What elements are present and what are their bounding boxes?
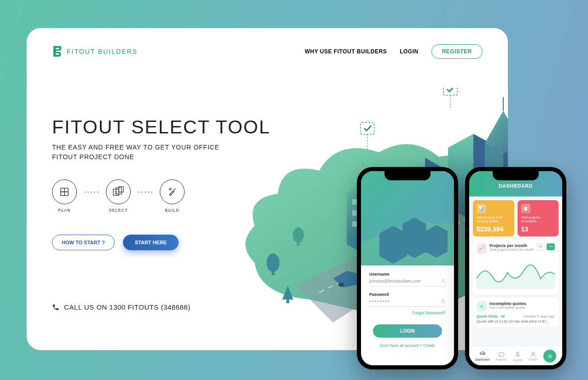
- chart-title: Projects per month: [489, 243, 534, 248]
- lock-icon: [441, 299, 446, 304]
- svg-point-29: [338, 283, 344, 287]
- incomplete-quotes-panel: ≡ Incomplete quotes List of incomplete q…: [473, 298, 559, 327]
- create-account-row: Don't have an account ? Create: [369, 343, 446, 348]
- chart-toggle: ⟳ 〜: [537, 243, 555, 250]
- svg-point-34: [532, 352, 534, 354]
- build-icon: [160, 179, 185, 204]
- start-here-button[interactable]: START HERE: [123, 235, 179, 250]
- svg-point-31: [442, 279, 444, 281]
- plan-icon: [52, 179, 77, 204]
- svg-rect-18: [443, 88, 457, 95]
- tab-dashboard[interactable]: Dashboard: [475, 351, 490, 361]
- chart-sub: Total project number per month: [489, 248, 534, 251]
- phone-notch: [493, 171, 539, 180]
- card-total-projects[interactable]: 📋 Total projects - incomplete 13: [518, 200, 559, 236]
- menu-fab[interactable]: ≡: [543, 350, 556, 363]
- chevron-right-icon: ›: [522, 314, 524, 318]
- toggle-refresh[interactable]: ⟳: [537, 243, 545, 250]
- header: FITOUT BUILDERS WHY USE FITOUT BUILDERS …: [52, 44, 483, 59]
- phone-notch: [384, 171, 431, 180]
- step-plan: PLAN: [52, 179, 77, 213]
- select-icon: [106, 179, 131, 204]
- card-total-value[interactable]: 📊 Total $ value of all pending quotes $2…: [473, 200, 514, 236]
- password-input[interactable]: • • • • • • • •: [369, 297, 446, 307]
- tab-projects[interactable]: Projects: [496, 351, 506, 361]
- clipboard-icon: 📋: [521, 204, 530, 213]
- username-label: Username: [369, 272, 446, 276]
- how-to-start-button[interactable]: HOW TO START ?: [52, 235, 115, 250]
- plan-label: PLAN: [58, 208, 71, 213]
- password-label: Password: [369, 292, 446, 297]
- list-icon: ≡: [477, 301, 487, 311]
- brand-logo[interactable]: FITOUT BUILDERS: [52, 45, 138, 58]
- dots-icon: [138, 191, 152, 193]
- nav-login[interactable]: LOGIN: [400, 48, 419, 55]
- login-form: Username johndoe@fitoutbuilders.com Pass…: [361, 265, 454, 354]
- menu-icon: ≡: [548, 352, 552, 360]
- quote-row[interactable]: Quote CKIQ - 10 created 5 days ago › Quo…: [477, 314, 555, 323]
- step-select: SELECT: [106, 179, 131, 213]
- login-hero-image: [361, 171, 454, 265]
- register-button[interactable]: REGISTER: [431, 44, 483, 59]
- gauge-icon: [479, 351, 486, 357]
- logo-icon: [52, 45, 62, 58]
- phone-login-mockup: Username johndoe@fitoutbuilders.com Pass…: [357, 167, 458, 369]
- incomplete-sub: List of incomplete quotes: [489, 306, 526, 309]
- brand-name: FITOUT BUILDERS: [67, 48, 138, 55]
- dots-icon: [84, 191, 99, 193]
- select-label: SELECT: [109, 208, 128, 213]
- hero-subtitle: THE EASY AND FREE WAY TO GET YOUR OFFICE…: [52, 143, 222, 162]
- forgot-password-link[interactable]: Forgot Password?: [369, 311, 446, 315]
- create-link[interactable]: Create: [423, 343, 435, 348]
- svg-point-19: [267, 253, 279, 272]
- top-nav: WHY USE FITOUT BUILDERS LOGIN REGISTER: [305, 44, 483, 59]
- chart-bar-icon: 📊: [477, 204, 486, 213]
- svg-rect-33: [499, 352, 504, 356]
- projects-chart-panel: ⟳ 〜 📈 Projects per month Total project n…: [473, 240, 559, 294]
- nav-why[interactable]: WHY USE FITOUT BUILDERS: [305, 48, 387, 55]
- phone-icon: [52, 304, 59, 311]
- login-button[interactable]: LOGIN: [373, 324, 442, 338]
- svg-rect-23: [286, 299, 289, 303]
- line-chart: [477, 256, 555, 291]
- build-label: BUILD: [165, 208, 180, 213]
- chart-icon: 📈: [477, 243, 487, 253]
- bottom-tabbar: Dashboard Projects $ Quotes Profile ≡: [469, 346, 562, 365]
- svg-rect-20: [272, 270, 274, 275]
- incomplete-title: Incomplete quotes: [489, 301, 526, 306]
- hero-title: FITOUT SELECT TOOL: [52, 116, 483, 138]
- user-icon: [530, 351, 536, 357]
- step-build: BUILD: [160, 179, 185, 213]
- dollar-icon: $: [516, 351, 520, 358]
- svg-rect-3: [119, 187, 123, 192]
- phone-dashboard-mockup: DASHBOARD 📊 Total $ value of all pending…: [465, 167, 566, 369]
- toggle-line[interactable]: 〜: [547, 243, 555, 250]
- call-text: CALL US ON 1300 FITOUTS (348688): [64, 303, 190, 311]
- summary-cards: 📊 Total $ value of all pending quotes $2…: [473, 200, 559, 236]
- svg-rect-32: [442, 301, 444, 303]
- folder-icon: [498, 351, 505, 357]
- svg-rect-15: [352, 221, 357, 227]
- tab-quotes[interactable]: $ Quotes: [513, 351, 523, 362]
- tab-profile[interactable]: Profile: [529, 351, 537, 361]
- username-input[interactable]: johndoe@fitoutbuilders.com: [369, 276, 446, 287]
- user-icon: [441, 278, 446, 283]
